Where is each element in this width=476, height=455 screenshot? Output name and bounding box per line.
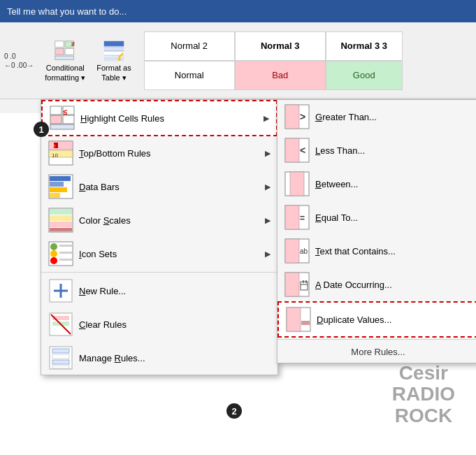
svg-rect-54: [52, 360, 69, 364]
menu-item-icon-sets[interactable]: Icon Sets ▶: [41, 237, 277, 270]
submenu-more-rules[interactable]: More Rules...: [277, 341, 476, 363]
top-bar: Tell me what you want to do...: [0, 0, 476, 22]
top-bottom-icon: ↑ 10: [48, 140, 73, 166]
format-as-table-button[interactable]: Format asTable ▾: [91, 36, 137, 85]
highlight-cells-label: Highlight Cells Rules: [80, 113, 264, 124]
text-contains-label: Text that Contains...: [315, 246, 472, 257]
style-cell-normal2[interactable]: Normal 2: [144, 31, 235, 61]
menu-item-color-scales[interactable]: Color Scales ▶: [41, 203, 277, 237]
less-than-label: Less Than...: [315, 145, 472, 156]
svg-rect-36: [50, 228, 72, 231]
date-occurring-icon: [284, 272, 310, 297]
manage-rules-label: Manage Rules...: [79, 353, 271, 363]
search-placeholder: Tell me what you want to do...: [7, 6, 127, 17]
highlight-cells-arrow: ▶: [264, 114, 269, 123]
svg-rect-60: [285, 138, 299, 162]
svg-rect-81: [301, 321, 310, 325]
format-as-table-label: Format asTable ▾: [96, 64, 131, 82]
data-bars-icon: [48, 174, 73, 199]
menu-item-highlight-cells[interactable]: ≤ Highlight Cells Rules ▶: [41, 100, 277, 136]
clear-rules-icon: [48, 312, 73, 337]
svg-rect-34: [50, 215, 72, 221]
color-scales-arrow: ▶: [265, 216, 271, 225]
svg-text:>: >: [300, 111, 305, 122]
text-contains-icon: ab: [284, 238, 310, 263]
top-bottom-arrow: ▶: [265, 149, 271, 158]
svg-rect-52: [52, 349, 69, 353]
svg-rect-0: [55, 41, 64, 48]
svg-rect-1: [55, 49, 64, 55]
style-cell-normal3b[interactable]: Normal 3 3: [326, 31, 403, 61]
svg-point-39: [50, 250, 57, 257]
conditional-formatting-label: Conditionalformatting ▾: [45, 64, 85, 82]
svg-rect-35: [50, 222, 72, 227]
style-cell-normal3[interactable]: Normal 3: [235, 31, 326, 61]
submenu-item-less-than[interactable]: < Less Than...: [277, 133, 476, 167]
menu-item-clear-rules[interactable]: Clear Rules: [41, 308, 277, 341]
style-cell-bad[interactable]: Bad: [235, 61, 326, 90]
svg-rect-9: [104, 57, 124, 61]
svg-rect-6: [104, 41, 124, 46]
submenu: > Greater Than... < Less Than...: [277, 99, 476, 363]
svg-rect-65: [285, 205, 299, 229]
main-dropdown-menu: ≤ Highlight Cells Rules ▶ ↑ 10 Top/Botto…: [41, 99, 278, 375]
between-icon: [284, 171, 310, 196]
svg-rect-42: [59, 252, 72, 254]
less-than-icon: <: [284, 138, 310, 163]
submenu-item-equal-to[interactable]: = Equal To...: [277, 201, 476, 234]
number-format-area: 0 .0 ←0 .00→: [4, 52, 34, 69]
badge-1: 1: [34, 122, 49, 137]
submenu-item-text-contains[interactable]: ab Text that Contains...: [277, 234, 476, 268]
badge-2: 2: [226, 403, 242, 419]
equal-to-label: Equal To...: [315, 212, 472, 223]
svg-text:<: <: [300, 145, 305, 156]
svg-rect-55: [52, 366, 69, 368]
svg-rect-16: [50, 115, 62, 124]
submenu-item-between[interactable]: Between...: [277, 167, 476, 201]
conditional-formatting-icon: ≠: [52, 38, 78, 64]
svg-text:≠: ≠: [71, 41, 75, 48]
top-bottom-label: Top/Bottom Rules: [79, 148, 265, 159]
greater-than-label: Greater Than...: [315, 112, 472, 122]
data-bars-arrow: ▶: [265, 182, 271, 192]
color-scales-icon: [48, 208, 73, 233]
svg-text:ab: ab: [300, 247, 308, 255]
between-label: Between...: [315, 179, 472, 189]
submenu-item-duplicate-values[interactable]: Duplicate Values...: [277, 301, 476, 338]
svg-text:↑: ↑: [53, 143, 57, 150]
date-occurring-label: A Date Occurring...: [315, 280, 472, 290]
menu-item-new-rule[interactable]: New Rule...: [41, 274, 277, 308]
svg-point-38: [50, 243, 57, 250]
style-cell-normal[interactable]: Normal: [144, 61, 235, 90]
svg-rect-28: [50, 176, 71, 181]
svg-rect-79: [289, 315, 298, 319]
menu-item-data-bars[interactable]: Data Bars ▶: [41, 170, 277, 203]
ribbon: 0 .0 ←0 .00→ ≠ Conditionalformatting ▾: [0, 22, 476, 99]
svg-text:≤: ≤: [63, 108, 67, 116]
icon-sets-arrow: ▶: [265, 250, 271, 259]
equal-to-icon: =: [284, 205, 310, 230]
menu-item-top-bottom[interactable]: ↑ 10 Top/Bottom Rules ▶: [41, 136, 277, 170]
style-cell-good[interactable]: Good: [326, 61, 403, 90]
greater-than-icon: >: [284, 104, 310, 129]
duplicate-values-label: Duplicate Values...: [317, 315, 470, 325]
submenu-item-greater-than[interactable]: > Greater Than...: [277, 100, 476, 133]
svg-rect-19: [50, 124, 74, 129]
svg-rect-57: [285, 105, 299, 129]
conditional-formatting-button[interactable]: ≠ Conditionalformatting ▾: [39, 36, 91, 85]
new-rule-label: New Rule...: [79, 286, 271, 296]
svg-rect-63: [290, 172, 304, 196]
duplicate-values-icon: [286, 307, 311, 332]
svg-rect-7: [104, 47, 124, 51]
svg-rect-29: [50, 182, 64, 187]
svg-text:10: 10: [52, 152, 58, 159]
submenu-item-date-occurring[interactable]: A Date Occurring...: [277, 268, 476, 301]
svg-rect-30: [50, 187, 67, 192]
clear-rules-label: Clear Rules: [79, 319, 271, 330]
icon-sets-label: Icon Sets: [79, 249, 265, 259]
svg-rect-33: [50, 209, 72, 215]
menu-item-manage-rules[interactable]: Manage Rules...: [41, 341, 277, 375]
svg-rect-41: [59, 245, 72, 247]
svg-rect-78: [289, 310, 298, 314]
svg-point-40: [50, 257, 57, 264]
